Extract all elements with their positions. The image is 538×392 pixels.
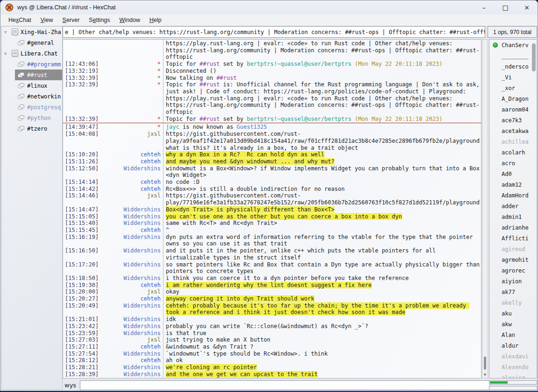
hexchat-logo-icon bbox=[5, 3, 14, 12]
highlighted-text: Box<dyn Trait> is physically different t… bbox=[166, 206, 334, 213]
nick: Widdershins bbox=[100, 247, 163, 254]
channel-icon bbox=[17, 40, 25, 46]
userlist-item-aku[interactable]: aku bbox=[489, 308, 537, 319]
own-nick-label: wys bbox=[63, 382, 80, 389]
userlist-item-Alexendo[interactable]: Alexendo bbox=[489, 362, 537, 372]
timestamp: [15:14:42] bbox=[63, 186, 100, 193]
tree-item-#python[interactable]: #python bbox=[15, 112, 62, 123]
topic-input[interactable]: e | Other chat/help venues: https://rust… bbox=[63, 26, 485, 38]
userlist-item-alexdavi[interactable]: alexdavi bbox=[489, 351, 537, 362]
tree-item-label: #general bbox=[27, 40, 54, 46]
userlist-item-Alan[interactable]: Alan bbox=[489, 329, 537, 340]
channel-tree[interactable]: ▽Xing-Hai-Zha#general▽Libera.Chat##progr… bbox=[1, 26, 63, 390]
message-segment: ah ok bbox=[166, 357, 183, 364]
userlist-item-agireud[interactable]: agireud bbox=[489, 244, 537, 254]
tree-item-##rust[interactable]: ##rust bbox=[15, 70, 62, 80]
userlist-item-acro[interactable]: acro bbox=[489, 158, 537, 168]
timestamp: [15:14:14] bbox=[63, 179, 100, 186]
user-nick-label: _Vi bbox=[502, 74, 512, 81]
nick: Widdershins bbox=[100, 206, 163, 213]
userlist-item-AdamHord[interactable]: AdamHord bbox=[489, 190, 537, 201]
userlist-item-A_Dragon[interactable]: A_Dragon bbox=[489, 93, 537, 104]
userlist-item-ChanServ[interactable]: ChanServ bbox=[489, 40, 537, 50]
chat-line-32: [15:27:54]Widdershins`windowmut`'s type … bbox=[63, 350, 481, 357]
timestamp: [15:20:27] bbox=[63, 295, 100, 302]
tree-item-Xing-Hai-Zha[interactable]: ▽Xing-Hai-Zha bbox=[2, 27, 62, 37]
message: https://gist.githubusercontent.com/rust-… bbox=[163, 192, 481, 206]
userlist-item-ace7k3[interactable]: ace7k3 bbox=[489, 115, 537, 126]
tree-item-#networkin[interactable]: #networkin bbox=[15, 91, 62, 102]
message: and maybe you need &dyn windowmut ... an… bbox=[163, 158, 481, 165]
userlist-item-________[interactable]: ________ bbox=[489, 50, 537, 61]
userlist-item-aaronm04[interactable]: aaronm04 bbox=[489, 104, 537, 115]
menu-view[interactable]: View bbox=[36, 15, 57, 25]
expander-arrow-icon[interactable]: ▽ bbox=[4, 51, 9, 56]
menu-help[interactable]: Help bbox=[145, 15, 166, 25]
user-nick-label: agireud bbox=[502, 246, 525, 252]
userlist-item-adder[interactable]: adder bbox=[489, 201, 537, 211]
nick: cehteh bbox=[100, 151, 163, 158]
tree-item-#linux[interactable]: #linux bbox=[15, 80, 62, 91]
menu-server[interactable]: Server bbox=[58, 15, 84, 25]
timestamp: [15:10:20] bbox=[63, 151, 100, 158]
user-nick-label: A_Dragon bbox=[502, 96, 529, 102]
userlist-item-agrorec[interactable]: agrorec bbox=[489, 265, 537, 276]
highlighted-text: we're cloning an rc pointer bbox=[166, 364, 257, 371]
userlist-item-achillea[interactable]: achillea bbox=[489, 136, 537, 147]
nick: cehteh bbox=[100, 158, 163, 165]
chat-message-area[interactable]: https://play.rust-lang.org | evalr: «cod… bbox=[63, 39, 481, 378]
nick: Widdershins bbox=[100, 213, 163, 220]
menu-hexchat[interactable]: HexChat bbox=[4, 15, 35, 25]
chat-line-8: [15:04:08]jxslhttps://gist.githubusercon… bbox=[63, 131, 481, 151]
menu-settings[interactable]: Settings bbox=[85, 15, 114, 25]
window-title: wys @ Libera.Chat / ##rust - HexChat bbox=[17, 4, 116, 11]
tree-item-##programm[interactable]: ##programm bbox=[15, 59, 62, 70]
userlist-item-Ad0[interactable]: Ad0 bbox=[489, 168, 537, 179]
userlist-item-alexisg[interactable]: alexisg bbox=[489, 372, 537, 378]
tree-item-#general[interactable]: #general bbox=[15, 37, 62, 48]
userlist-item-aldur[interactable]: aldur bbox=[489, 340, 537, 351]
message-segment bbox=[351, 116, 354, 122]
userlist-item-acetakwa[interactable]: acetakwa bbox=[489, 126, 537, 136]
expander-arrow-icon[interactable]: ▽ bbox=[4, 30, 9, 35]
userlist-item-ak77[interactable]: ak77 bbox=[489, 287, 537, 297]
titlebar[interactable]: wys @ Libera.Chat / ##rust - HexChat – □… bbox=[0, 0, 538, 14]
highlighted-text: why a dyn Box in a Rc? Rc can hold dyn a… bbox=[166, 151, 325, 158]
userlist-item-_ndersco[interactable]: _ndersco bbox=[489, 61, 537, 72]
message: &windowmut as &dyn Trait ? bbox=[163, 343, 481, 350]
chat-scrollbar[interactable]: ▼ bbox=[482, 39, 488, 378]
userlist-item-admin1[interactable]: admin1 bbox=[489, 211, 537, 222]
userlist-item-acolarh[interactable]: acolarh bbox=[489, 147, 537, 158]
userlist-item-akelly[interactable]: akelly bbox=[489, 297, 537, 308]
tree-item-Libera.Chat[interactable]: ▽Libera.Chat bbox=[2, 48, 62, 59]
chat-line-22: [15:18:50]Widdershinsi think you can coe… bbox=[63, 275, 481, 282]
throttle-meter bbox=[489, 386, 537, 390]
user-list[interactable]: ChanServ_________ndersco_Vi_xorA_Dragona… bbox=[489, 39, 537, 378]
scroll-down-arrow-icon[interactable]: ▼ bbox=[482, 372, 488, 377]
userlist-item-aiyion[interactable]: aiyion bbox=[489, 276, 537, 287]
message-input[interactable] bbox=[80, 380, 490, 390]
tree-item-#tzero[interactable]: #tzero bbox=[15, 123, 62, 134]
userlist-item-adam12[interactable]: adam12 bbox=[489, 179, 537, 190]
chat-scrollbar-thumb[interactable] bbox=[484, 357, 486, 370]
nick: * bbox=[100, 124, 163, 131]
message: Box<dyn Trait> is physically different t… bbox=[163, 206, 481, 213]
highlighted-text: and the one we get we can upcast to the … bbox=[166, 371, 318, 378]
tree-item-#postgresq[interactable]: #postgresq bbox=[15, 102, 62, 112]
userlist-item-akw[interactable]: akw bbox=[489, 319, 537, 329]
user-nick-label: agrorec bbox=[502, 267, 525, 274]
userlist-item-agrmohit[interactable]: agrmohit bbox=[489, 254, 537, 265]
userlist-item-_Vi[interactable]: _Vi bbox=[489, 72, 537, 83]
userlist-item-_xor[interactable]: _xor bbox=[489, 83, 537, 93]
userlist-item-adrianhe[interactable]: adrianhe bbox=[489, 222, 537, 233]
chat-line-23: [15:19:30]cehtehi am rather wonderintg w… bbox=[63, 282, 481, 289]
message-segment: ##rust bbox=[199, 116, 219, 122]
menu-window[interactable]: Window bbox=[115, 15, 144, 25]
tree-item-label: Xing-Hai-Zha bbox=[21, 29, 61, 35]
user-nick-label: Alexendo bbox=[502, 364, 529, 371]
close-button[interactable]: × bbox=[516, 0, 538, 14]
tree-item-label: #tzero bbox=[27, 126, 47, 132]
maximize-button[interactable]: □ bbox=[495, 0, 516, 14]
minimize-button[interactable]: – bbox=[473, 0, 495, 14]
userlist-item-Afflicti[interactable]: Afflicti bbox=[489, 233, 537, 244]
